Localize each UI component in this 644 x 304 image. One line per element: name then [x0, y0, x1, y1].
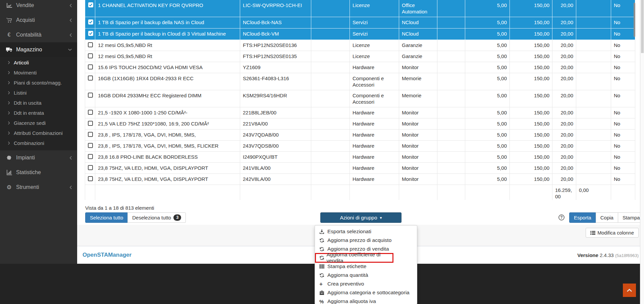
table-row[interactable]: 15.6 IPS TOUCH 250CD/M2 VGA HDMI VESAYZ1…	[85, 62, 635, 73]
select-all-button[interactable]: Seleziona tutto	[85, 212, 128, 223]
cell-description: 23,8 75HZ, VA LED, HDMI, VGA, DISPLAYPOR…	[95, 163, 240, 174]
page-scrollbar[interactable]	[640, 0, 644, 304]
cell-price: 150,00	[510, 107, 552, 118]
menu-item-aggiorna-quantit-[interactable]: Aggiorna quantità	[315, 271, 417, 280]
table-row[interactable]: 16GB DDR4 2933MHz ECC Registered DIMMKSM…	[85, 90, 635, 107]
row-checkbox[interactable]	[88, 53, 93, 58]
cell-coeff: 20,00	[552, 17, 576, 29]
menu-item-crea-preventivo[interactable]: +Crea preventivo	[315, 280, 417, 288]
check-square-icon[interactable]	[88, 19, 94, 25]
cell-flag: No	[611, 141, 635, 152]
menu-item-aggiorna-prezzo-di-acquisto[interactable]: Aggiorna prezzo di acquisto	[315, 236, 417, 245]
brand-link[interactable]: OpenSTAManager	[83, 252, 131, 258]
cell-qty: 5,00	[465, 152, 510, 163]
sidebar-item-listini[interactable]: Listini	[0, 88, 77, 98]
modify-columns-button[interactable]: Modifica colonne	[586, 228, 639, 238]
chevron-left-icon	[69, 33, 72, 37]
menu-item-stampa-etichette[interactable]: Stampa etichette	[315, 262, 417, 271]
cart-icon	[5, 18, 13, 23]
sidebar-item-combinazioni[interactable]: Combinazioni	[0, 138, 77, 148]
sidebar-item-vendite[interactable]: Vendite	[0, 0, 77, 13]
menu-item-esporta-selezionati[interactable]: Esporta selezionati	[315, 227, 417, 236]
copy-button[interactable]: Copia	[596, 212, 618, 223]
sidebar-item-contabilit-[interactable]: €Contabilità	[0, 28, 77, 42]
menu-item-aggiorna-aliquota-iva[interactable]: %Aggiorna aliquota iva	[315, 297, 417, 304]
table-row[interactable]: 21,5 VA LED 75HZ 1920*1080, 16:9, 200 CD…	[85, 118, 635, 130]
row-checkbox[interactable]	[88, 132, 93, 137]
check-square-icon[interactable]	[88, 2, 94, 8]
help-icon[interactable]: ?	[558, 214, 565, 220]
row-checkbox[interactable]	[88, 93, 93, 98]
table-row[interactable]: 12 mesi OS,9x5,NBD RtFTS:HP12NS20SE0135L…	[85, 51, 635, 62]
row-checkbox[interactable]	[88, 110, 93, 115]
cell-category: Hardware	[350, 152, 399, 163]
check-square-icon[interactable]	[88, 31, 94, 36]
cell-qty: 5,00	[465, 51, 510, 62]
table-row[interactable]: 16GB (1X16GB) 1RX4 DDR4-2933 R ECCS26361…	[85, 73, 635, 90]
table-row[interactable]: 23,8 75HZ, VA LED, HDMI, VGA, DISPLAYPOR…	[85, 174, 635, 185]
cell-coeff: 20,00	[552, 107, 576, 118]
cell-code: LIC-SW-QVRPRO-1CH-EI	[240, 0, 311, 17]
cell-category: Hardware	[350, 62, 399, 73]
table-row[interactable]: 23,8 75HZ, VA LED, HDMI, VGA, DISPLAYPOR…	[85, 163, 635, 174]
menu-item-aggiorna-categoria-e-sottocategoria[interactable]: Aggiorna categoria e sottocategoria	[315, 288, 417, 297]
cell-category: Licenze	[350, 0, 399, 17]
refresh-icon	[319, 273, 326, 278]
sidebar-item-acquisti[interactable]: Acquisti	[0, 13, 77, 28]
sidebar-item-statistiche[interactable]: Statistiche	[0, 165, 77, 180]
sidebar-item-magazzino[interactable]: Magazzino	[0, 42, 77, 57]
table-row[interactable]: 23,8 , IPS, 178/178, VGA, DVI, HDMI, 5MS…	[85, 141, 635, 152]
table-row[interactable]: 1 TB di Spazio per il backup in Cloud di…	[85, 29, 635, 40]
cell-code: 243V7QDSB/00	[240, 141, 311, 152]
cell-category: Licenze	[350, 51, 399, 62]
sidebar-item-giacenze-sedi[interactable]: Giacenze sedi	[0, 118, 77, 128]
cell-price: 150,00	[510, 73, 552, 90]
page-scrollbar-thumb[interactable]	[641, 0, 644, 53]
group-actions-button[interactable]: Azioni di gruppo ▾	[320, 212, 401, 223]
export-button-group: Esporta Copia Stampa	[569, 212, 644, 223]
cell-code: 221V8A/00	[240, 118, 311, 130]
scroll-to-top-button[interactable]	[623, 284, 636, 297]
refresh-icon	[319, 247, 326, 252]
row-checkbox[interactable]	[88, 165, 93, 170]
export-button[interactable]: Esporta	[569, 212, 596, 223]
sidebar-item-strumenti[interactable]: ⚙Strumenti	[0, 180, 77, 195]
row-checkbox[interactable]	[88, 42, 93, 47]
table-row[interactable]: 1 TB di Spazio per il backup della NAS i…	[85, 17, 635, 29]
row-checkbox[interactable]	[88, 143, 93, 148]
sidebar-item-attributi-combinazioni[interactable]: Attributi Combinazioni	[0, 128, 77, 138]
articles-table-wrap: 1 CHANNEL ACTIVATION KEY FOR QVRPROLIC-S…	[85, 0, 635, 200]
table-scrollbar-thumb[interactable]	[634, 3, 635, 37]
table-row[interactable]: 23,8 , IPS, 178/178, VGA, DVI, HDMI, 5MS…	[85, 130, 635, 141]
chevron-right-icon	[8, 101, 10, 105]
sidebar-item-ddt-in-uscita[interactable]: Ddt in uscita	[0, 98, 77, 108]
sidebar-item-articoli[interactable]: Articoli	[0, 57, 77, 67]
cell-category: Licenze	[350, 40, 399, 51]
cell-coeff: 20,00	[552, 152, 576, 163]
row-checkbox[interactable]	[88, 154, 93, 159]
row-checkbox[interactable]	[88, 176, 93, 181]
cell-coeff: 20,00	[552, 51, 576, 62]
row-checkbox[interactable]	[88, 121, 93, 126]
table-row[interactable]: 21,5 -1920 X 1080-1000 1-250 CD/MÂ²-221B…	[85, 107, 635, 118]
table-row[interactable]: 23,8 16.8 PRO-LINE BLACK BORDERLESSI2490…	[85, 152, 635, 163]
table-row[interactable]: 1 CHANNEL ACTIVATION KEY FOR QVRPROLIC-S…	[85, 0, 635, 17]
gear-icon: ⚙	[5, 185, 13, 190]
chevron-left-icon	[69, 3, 72, 8]
sidebar-item-piani-di-sconto-magg-[interactable]: Piani di sconto/magg.	[0, 78, 77, 88]
row-checkbox[interactable]	[88, 75, 93, 81]
deselect-all-button[interactable]: Deseleziona tutto 3	[127, 212, 186, 223]
table-row[interactable]: 12 mesi OS,9x5,NBD RtFTS:HP12NS20SE0136L…	[85, 40, 635, 51]
sidebar-item-ddt-in-entrata[interactable]: Ddt in entrata	[0, 108, 77, 118]
cell-category: Hardware	[350, 163, 399, 174]
chevron-right-icon	[8, 111, 10, 115]
sidebar-item-impianti[interactable]: Impianti	[0, 150, 77, 165]
cell-code: FTS:HP12NS20SE0136	[240, 40, 311, 51]
row-checkbox[interactable]	[88, 64, 93, 69]
cell-description: 23,8 16.8 PRO-LINE BLACK BORDERLESS	[95, 152, 240, 163]
percent-icon: %	[319, 299, 326, 304]
sidebar-item-movimenti[interactable]: Movimenti	[0, 67, 77, 78]
cell-qty: 5,00	[465, 73, 510, 90]
menu-item-aggiorna-coefficiente-di-vendita[interactable]: Aggiorna coefficiente di vendita	[315, 253, 393, 263]
download-icon	[319, 229, 326, 234]
